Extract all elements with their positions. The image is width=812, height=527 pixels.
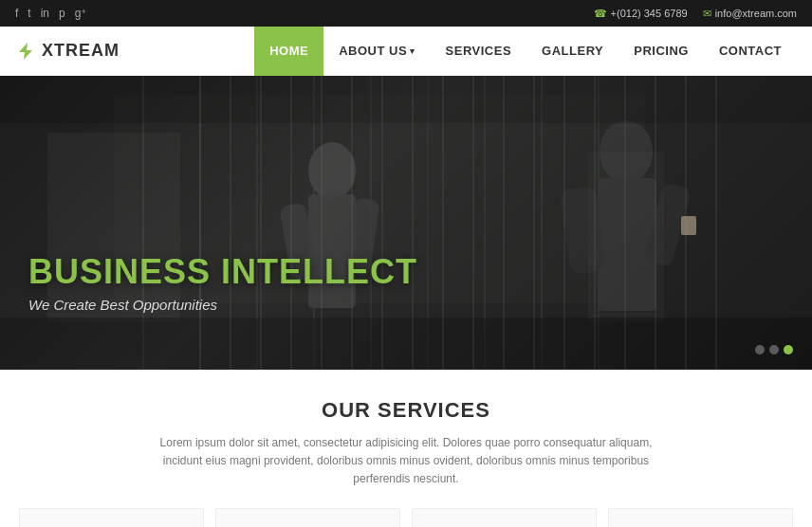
email-address: info@xtream.com — [715, 8, 797, 19]
phone-info: ☎ +(012) 345 6789 — [594, 8, 688, 20]
logo-icon — [15, 41, 36, 62]
phone-number: +(012) 345 6789 — [611, 8, 688, 19]
nav-gallery[interactable]: GALLERY — [526, 27, 618, 76]
social-links: f t in p g⁺ — [15, 7, 86, 20]
services-description: Lorem ipsum dolor sit amet, consectetur … — [140, 434, 672, 489]
nav-about[interactable]: ABOUT US ▾ — [323, 27, 430, 76]
hero-section: BUSINESS INTELLECT We Create Best Opport… — [0, 76, 812, 370]
nav-home[interactable]: HOME — [254, 27, 323, 76]
email-icon: ✉ — [703, 8, 711, 20]
service-card-3 — [412, 508, 597, 527]
twitter-icon[interactable]: t — [28, 7, 30, 20]
services-section: OUR SERVICES Lorem ipsum dolor sit amet,… — [0, 370, 812, 527]
nav-contact[interactable]: CONTACT — [704, 27, 797, 76]
service-card-1 — [19, 508, 204, 527]
hero-window-effect — [171, 76, 736, 370]
about-dropdown-arrow: ▾ — [410, 46, 415, 56]
email-info: ✉ info@xtream.com — [703, 8, 797, 20]
googleplus-icon[interactable]: g⁺ — [75, 7, 87, 20]
linkedin-icon[interactable]: in — [41, 7, 49, 20]
logo[interactable]: XTREAM — [15, 41, 120, 62]
logo-text: XTREAM — [42, 41, 120, 61]
service-card-2 — [215, 508, 400, 527]
hero-slider-dots — [755, 345, 793, 354]
hero-dot-2[interactable] — [769, 345, 779, 354]
services-title: OUR SERVICES — [19, 398, 793, 423]
hero-content: BUSINESS INTELLECT We Create Best Opport… — [28, 253, 417, 313]
nav-pricing[interactable]: PRICING — [618, 27, 704, 76]
nav-services[interactable]: SERVICES — [431, 27, 527, 76]
hero-subtitle: We Create Best Opportunities — [28, 297, 417, 313]
hero-dot-3[interactable] — [784, 345, 793, 354]
header: XTREAM HOME ABOUT US ▾ SERVICES GALLERY … — [0, 27, 812, 76]
main-nav: HOME ABOUT US ▾ SERVICES GALLERY PRICING… — [254, 27, 797, 76]
svg-marker-0 — [19, 43, 32, 60]
services-cards — [19, 508, 793, 527]
top-bar: f t in p g⁺ ☎ +(012) 345 6789 ✉ info@xtr… — [0, 0, 812, 27]
pinterest-icon[interactable]: p — [59, 7, 65, 20]
facebook-icon[interactable]: f — [15, 7, 18, 20]
top-contact-info: ☎ +(012) 345 6789 ✉ info@xtream.com — [594, 8, 797, 20]
hero-title: BUSINESS INTELLECT — [28, 253, 417, 291]
hero-dot-1[interactable] — [755, 345, 765, 354]
phone-icon: ☎ — [594, 8, 607, 20]
service-card-4 — [608, 508, 793, 527]
